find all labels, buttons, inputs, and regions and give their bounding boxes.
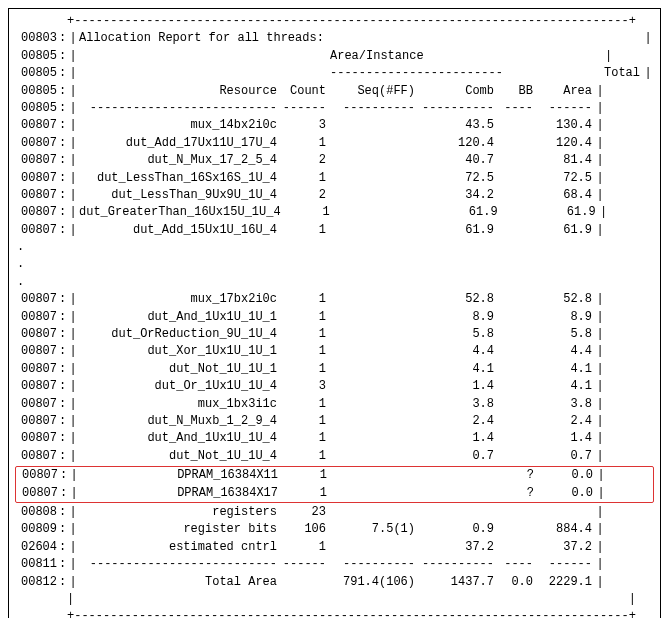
cell-comb: 3.8 — [419, 396, 498, 413]
cell-resource: dut_Add_17Ux11U_17U_4 — [79, 135, 281, 152]
lineno: 00807 — [16, 485, 60, 502]
table-row: 00807:|dut_And_1Ux1U_1U_118.98.9| — [15, 309, 654, 326]
col-seq: Seq(#FF) — [330, 83, 419, 100]
col-area: Area — [537, 83, 594, 100]
cell-count: 1 — [281, 448, 330, 465]
lineno: 00807 — [15, 291, 59, 308]
cell-resource: dut_Not_1U_1U_4 — [79, 448, 281, 465]
lineno: 02604 — [15, 539, 59, 556]
cell-comb: 43.5 — [419, 117, 498, 134]
cell-bb: ? — [499, 467, 538, 484]
cell-area: 72.5 — [537, 170, 594, 187]
cell-count: 1 — [281, 396, 330, 413]
cell-area: 8.9 — [537, 309, 594, 326]
cell-resource: dut_And_1Ux1U_1U_1 — [79, 309, 281, 326]
header-area-instance: 00805 :| Area/Instance | — [15, 48, 654, 65]
cell-count: 2 — [281, 152, 330, 169]
separator-dash: 00811 :| -------------------------- ----… — [15, 556, 654, 573]
cell-bb: ? — [499, 485, 538, 502]
cell-count: 1 — [281, 430, 330, 447]
header-columns: 00805 :| Resource Count Seq(#FF) Comb BB… — [15, 83, 654, 100]
cell-count: 1 — [281, 539, 330, 556]
cell-count: 3 — [281, 378, 330, 395]
highlighted-rows: 00807:|DPRAM_16384X111?0.0|00807:|DPRAM_… — [15, 466, 654, 503]
cell-area: 0.0 — [538, 485, 595, 502]
table-row: 00809:|register bits1067.5(1)0.9884.4| — [15, 521, 654, 538]
cell-resource: dut_Xor_1Ux1U_1U_1 — [79, 343, 281, 360]
lineno: 00807 — [15, 170, 59, 187]
cell-count: 23 — [281, 504, 330, 521]
lineno: 00807 — [15, 152, 59, 169]
cell-resource: dut_Not_1U_1U_1 — [79, 361, 281, 378]
cell-seq: 7.5(1) — [330, 521, 419, 538]
cell-resource: mux_14bx2i0c — [79, 117, 281, 134]
cell-comb: 52.8 — [419, 291, 498, 308]
cell-area: 5.8 — [537, 326, 594, 343]
title-row: 00803 :| Allocation Report for all threa… — [15, 30, 654, 47]
table-row: 00807:|DPRAM_16384X171?0.0| — [16, 485, 653, 502]
cell-comb: 61.9 — [419, 222, 498, 239]
lineno: 00807 — [15, 396, 59, 413]
col-resource: Resource — [79, 83, 281, 100]
lineno: 00807 — [15, 361, 59, 378]
lineno: 00807 — [15, 378, 59, 395]
lineno: 00807 — [15, 117, 59, 134]
header-sub-dash: 00805 :| ------------------------ Total … — [15, 65, 654, 82]
cell-area: 1.4 — [537, 430, 594, 447]
cell-comb: 1.4 — [419, 430, 498, 447]
table-row: 00807:|dut_Not_1U_1U_410.70.7| — [15, 448, 654, 465]
border-top: +---------------------------------------… — [15, 13, 654, 30]
table-row: 00807:|dut_Add_17Ux11U_17U_41120.4120.4| — [15, 135, 654, 152]
report-title: Allocation Report for all threads: — [79, 30, 642, 47]
table-row: 00807:|dut_And_1Ux1U_1U_411.41.4| — [15, 430, 654, 447]
table-row: 02604:|estimated cntrl137.237.2| — [15, 539, 654, 556]
cell-count: 1 — [281, 222, 330, 239]
cell-count: 1 — [281, 413, 330, 430]
table-row: 00807:|dut_N_Muxb_1_2_9_412.42.4| — [15, 413, 654, 430]
ellipsis: . — [15, 256, 654, 273]
border-bottom: +---------------------------------------… — [15, 608, 654, 618]
cell-resource: dut_OrReduction_9U_1U_4 — [79, 326, 281, 343]
table-row: 00807:|dut_OrReduction_9U_1U_415.85.8| — [15, 326, 654, 343]
cell-count: 1 — [285, 204, 334, 221]
lineno: 00803 — [15, 30, 59, 47]
col-comb: Comb — [419, 83, 498, 100]
cell-count: 1 — [281, 326, 330, 343]
table-row: 00807:|dut_Or_1Ux1U_1U_431.44.1| — [15, 378, 654, 395]
cell-count: 1 — [281, 291, 330, 308]
lineno: 00807 — [15, 343, 59, 360]
lineno: 00807 — [15, 430, 59, 447]
cell-area: 3.8 — [537, 396, 594, 413]
lineno: 00807 — [15, 135, 59, 152]
cell-count: 1 — [281, 170, 330, 187]
col-count: Count — [281, 83, 330, 100]
table-row: 00807:|dut_N_Mux_17_2_5_4240.781.4| — [15, 152, 654, 169]
cell-count: 106 — [281, 521, 330, 538]
table-row: 00808:|registers23| — [15, 504, 654, 521]
cell-comb: 4.1 — [419, 361, 498, 378]
lineno: 00807 — [15, 326, 59, 343]
cell-comb: 8.9 — [419, 309, 498, 326]
lineno: 00807 — [15, 187, 59, 204]
lineno: 00807 — [16, 467, 60, 484]
total-label: Total Area — [79, 574, 281, 591]
cell-area: 68.4 — [537, 187, 594, 204]
table-row: 00807:|mux_14bx2i0c343.5130.4| — [15, 117, 654, 134]
cell-comb: 5.8 — [419, 326, 498, 343]
table-row: 00807:|dut_Add_15Ux1U_16U_4161.961.9| — [15, 222, 654, 239]
lineno: 00807 — [15, 222, 59, 239]
cell-area: 0.0 — [538, 467, 595, 484]
cell-resource: mux_1bx3i1c — [79, 396, 281, 413]
cell-resource: dut_Add_15Ux1U_16U_4 — [79, 222, 281, 239]
cell-area: 130.4 — [537, 117, 594, 134]
cell-area: 81.4 — [537, 152, 594, 169]
cell-comb: 2.4 — [419, 413, 498, 430]
cell-count: 1 — [281, 361, 330, 378]
table-row: 00807:|dut_Xor_1Ux1U_1U_114.44.4| — [15, 343, 654, 360]
blank-sep: | | — [15, 591, 654, 608]
cell-count: 1 — [282, 467, 331, 484]
col-bb: BB — [498, 83, 537, 100]
cell-area: 884.4 — [537, 521, 594, 538]
lineno: 00807 — [15, 309, 59, 326]
cell-resource: dut_And_1Ux1U_1U_4 — [79, 430, 281, 447]
